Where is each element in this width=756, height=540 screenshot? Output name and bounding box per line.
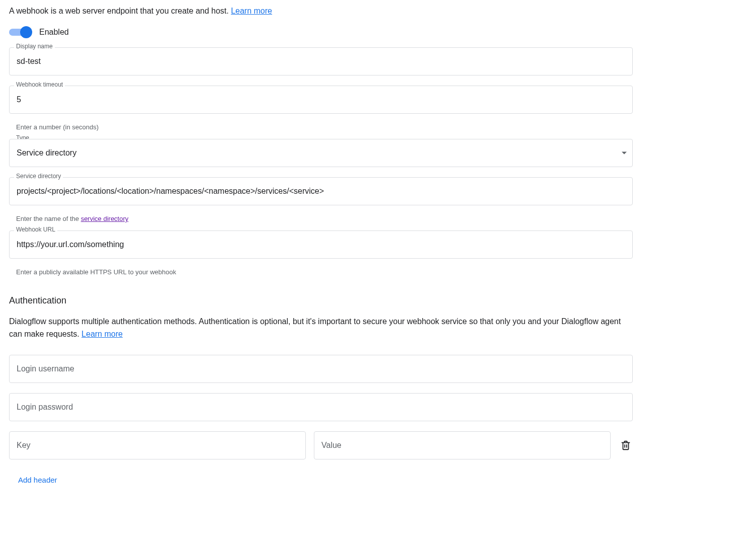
timeout-input[interactable] [9, 86, 633, 114]
authentication-learn-more-link[interactable]: Learn more [81, 330, 123, 338]
webhook-learn-more-link[interactable]: Learn more [231, 7, 272, 15]
service-directory-field: Service directory [9, 177, 747, 205]
webhook-intro-text: A webhook is a web server endpoint that … [9, 7, 231, 15]
enabled-row: Enabled [9, 24, 747, 38]
display-name-label: Display name [14, 43, 55, 50]
service-directory-link[interactable]: service directory [81, 215, 129, 222]
header-row [9, 431, 633, 459]
login-username-input[interactable] [9, 355, 633, 383]
header-value-input[interactable] [314, 431, 611, 459]
enabled-label: Enabled [39, 28, 69, 37]
delete-header-button[interactable] [619, 438, 633, 452]
webhook-intro: A webhook is a web server endpoint that … [9, 5, 747, 17]
webhook-url-helper: Enter a publicly available HTTPS URL to … [9, 265, 633, 284]
authentication-description: Dialogflow supports multiple authenticat… [9, 315, 633, 341]
header-key-input[interactable] [9, 431, 306, 459]
add-header-button[interactable]: Add header [9, 472, 66, 488]
webhook-url-label: Webhook URL [14, 226, 57, 233]
timeout-label: Webhook timeout [14, 81, 65, 88]
webhook-url-input[interactable] [9, 230, 633, 259]
webhook-url-field: Webhook URL [9, 230, 747, 259]
service-directory-helper-prefix: Enter the name of the [16, 215, 81, 222]
timeout-field: Webhook timeout [9, 86, 747, 114]
service-directory-helper: Enter the name of the service directory [9, 211, 633, 230]
display-name-input[interactable] [9, 47, 633, 75]
trash-icon [620, 440, 631, 451]
login-password-input[interactable] [9, 393, 633, 421]
enabled-toggle[interactable] [9, 26, 32, 38]
display-name-field: Display name [9, 47, 747, 75]
type-field: Type [9, 139, 747, 167]
authentication-heading: Authentication [9, 295, 747, 306]
service-directory-label: Service directory [14, 173, 63, 180]
type-select[interactable] [9, 139, 633, 167]
timeout-helper: Enter a number (in seconds) [9, 120, 633, 139]
service-directory-input[interactable] [9, 177, 633, 205]
